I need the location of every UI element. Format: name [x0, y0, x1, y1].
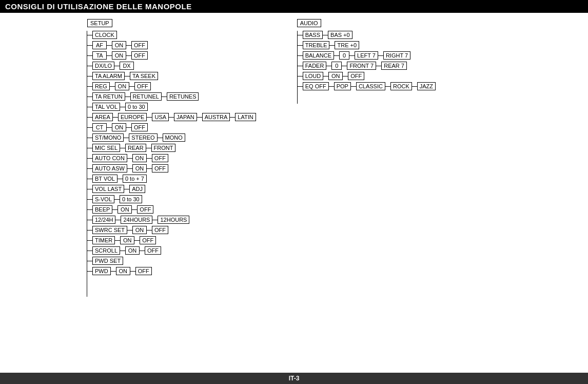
- ta-alarm-row: TA ALARM TA SEEK: [87, 72, 256, 80]
- fader-row: FADER 0 FRONT 7 REAR 7: [298, 62, 436, 70]
- left7-box: LEFT 7: [355, 51, 378, 60]
- footer-label: IT-3: [289, 375, 300, 382]
- stereo-box: STEREO: [129, 133, 157, 142]
- front-box: FRONT: [151, 144, 176, 152]
- timer-on: ON: [120, 236, 134, 244]
- adj-box: ADJ: [129, 185, 145, 193]
- pwd-box: PWD: [92, 267, 111, 275]
- stmono-row: ST/MONO STEREO MONO: [87, 133, 256, 142]
- reg-off: OFF: [134, 82, 151, 90]
- tal-vol-box: TAL VOL: [92, 103, 120, 111]
- page-footer: IT-3: [0, 373, 588, 384]
- autocon-row: AUTO CON ON OFF: [87, 154, 256, 162]
- latin-box: LATIN: [235, 113, 256, 121]
- retunel-box: RETUNEL: [130, 92, 162, 101]
- 12hours-box: 12HOURS: [158, 216, 189, 224]
- rear-box: REAR: [125, 144, 146, 152]
- front7-box: FRONT 7: [347, 62, 376, 70]
- beep-off: OFF: [137, 205, 153, 214]
- stmono-box: ST/MONO: [92, 133, 124, 142]
- pwdset-box: PWD SET: [92, 257, 123, 265]
- ta-retune-row: TA RETUN RETUNEL RETUNES: [87, 92, 256, 101]
- dx-box: DX: [120, 62, 134, 70]
- europe-box: EUROPE: [118, 113, 147, 121]
- swrcset-box: SWRC SET: [92, 226, 127, 234]
- dxlo-box: DX/LO: [92, 62, 114, 70]
- timer-row: TIMER ON OFF: [87, 236, 256, 244]
- ta-retun-box: TA RETUN: [92, 92, 125, 101]
- timer-box: TIMER: [92, 236, 115, 244]
- fader-zero: 0: [331, 62, 342, 70]
- pwd-off: OFF: [135, 267, 152, 275]
- swrcset-off: OFF: [152, 226, 168, 234]
- treble-row: TREBLE TRE +0: [298, 41, 436, 49]
- svol-range: 0 to 30: [120, 195, 142, 203]
- ta-on: ON: [112, 51, 126, 60]
- setup-label: SETUP: [87, 19, 112, 27]
- rear7-box: REAR 7: [381, 62, 407, 70]
- ct-off: OFF: [131, 123, 148, 131]
- btvol-box: BT VOL: [92, 175, 117, 183]
- rock-box: ROCK: [390, 82, 412, 90]
- ta-off: OFF: [131, 51, 148, 60]
- beep-row: BEEP ON OFF: [87, 205, 256, 214]
- usa-box: USA: [152, 113, 169, 121]
- mono-box: MONO: [163, 133, 185, 142]
- svol-row: S-VOL 0 to 30: [87, 195, 256, 203]
- 1224h-row: 12/24H 24HOURS 12HOURS: [87, 216, 256, 224]
- jazz-box: JAZZ: [417, 82, 436, 90]
- audio-label: AUDIO: [297, 19, 321, 27]
- af-box: AF: [92, 41, 107, 49]
- swrcset-on: ON: [132, 226, 147, 234]
- balance-zero: 0: [339, 51, 349, 60]
- eq-row: EQ OFF POP CLASSIC ROCK JAZZ: [298, 82, 436, 90]
- setup-section: SETUP CLOCK AF ON: [5, 19, 256, 297]
- treble-box: TREBLE: [303, 41, 330, 49]
- area-row: AREA EUROPE USA JAPAN AUSTRA LATIN: [87, 113, 256, 121]
- ta-alarm-box: TA ALARM: [92, 72, 125, 80]
- retunes-box: RETUNES: [167, 92, 199, 101]
- tal-vol-range: 0 to 30: [125, 103, 148, 111]
- balance-box: BALANCE: [303, 51, 334, 60]
- btvol-row: BT VOL 0 to + 7: [87, 175, 256, 183]
- pwd-on: ON: [116, 267, 130, 275]
- bass-row: BASS BAS +0: [298, 31, 436, 39]
- micsel-row: MIC SEL REAR FRONT: [87, 144, 256, 152]
- autoasw-row: AUTO ASW ON OFF: [87, 164, 256, 172]
- beep-box: BEEP: [92, 205, 112, 214]
- dxlo-row: DX/LO DX: [87, 62, 256, 70]
- tre0-box: TRE +0: [335, 41, 359, 49]
- loud-row: LOUD ON OFF: [298, 72, 436, 80]
- area-box: AREA: [92, 113, 113, 121]
- scroll-row: SCROLL ON OFF: [87, 246, 256, 255]
- 1224h-box: 12/24H: [92, 216, 115, 224]
- pwd-row: PWD ON OFF: [87, 267, 256, 275]
- eqoff-box: EQ OFF: [303, 82, 329, 90]
- autoasw-box: AUTO ASW: [92, 164, 127, 172]
- classic-box: CLASSIC: [356, 82, 385, 90]
- swrcset-row: SWRC SET ON OFF: [87, 226, 256, 234]
- af-on: ON: [112, 41, 126, 49]
- balance-row: BALANCE 0 LEFT 7 RIGHT 7: [298, 51, 436, 60]
- fader-box: FADER: [303, 62, 327, 70]
- loud-off: OFF: [348, 72, 364, 80]
- 24hours-box: 24HOURS: [121, 216, 152, 224]
- clock-box: CLOCK: [92, 31, 117, 39]
- tal-vol-row: TAL VOL 0 to 30: [87, 103, 256, 111]
- clock-row: CLOCK: [87, 31, 256, 39]
- autoasw-off: OFF: [152, 164, 168, 172]
- ct-row: CT ON OFF: [87, 123, 256, 131]
- svol-box: S-VOL: [92, 195, 114, 203]
- micsel-box: MIC SEL: [92, 144, 120, 152]
- scroll-on: ON: [125, 246, 140, 255]
- timer-off: OFF: [140, 236, 156, 244]
- autocon-off: OFF: [152, 154, 168, 162]
- scroll-box: SCROLL: [92, 246, 120, 255]
- beep-on: ON: [117, 205, 132, 214]
- loud-on: ON: [328, 72, 343, 80]
- ct-box: CT: [92, 123, 107, 131]
- af-row: AF ON OFF: [87, 41, 256, 49]
- bass-box: BASS: [303, 31, 323, 39]
- af-off: OFF: [131, 41, 148, 49]
- ta-box: TA: [92, 51, 107, 60]
